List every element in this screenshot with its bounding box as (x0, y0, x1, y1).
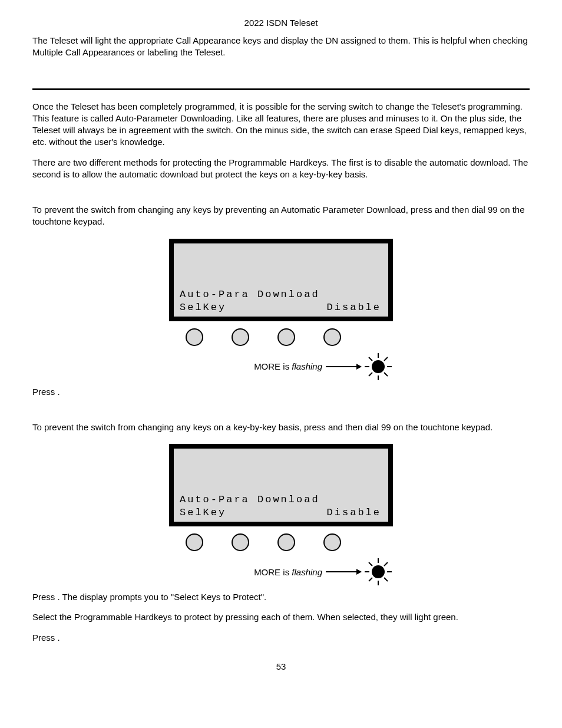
softkey-2[interactable] (232, 533, 249, 551)
svg-line-16 (369, 578, 372, 581)
svg-point-0 (372, 360, 385, 373)
lcd-diagram-1: Auto-Para Download SelKey Disable MORE i… (169, 239, 393, 381)
press-disable: Press . (32, 386, 530, 398)
section-p2: There are two different methods for prot… (32, 157, 530, 181)
lcd-screen: Auto-Para Download SelKey Disable (169, 444, 393, 526)
lcd-line2-right: Disable (327, 302, 381, 313)
lcd-line2-left: SelKey (180, 302, 226, 313)
lcd-diagram-2: Auto-Para Download SelKey Disable MORE i… (169, 444, 393, 587)
press-selkey-b: . The display prompts you to "Select Key… (58, 592, 267, 602)
softkey-1[interactable] (186, 328, 203, 346)
selkey-instr-b: and then dial 99 on the touchtone keypad… (328, 422, 492, 432)
svg-line-7 (369, 373, 372, 376)
select-keys-paragraph: Select the Programmable Hardkeys to prot… (32, 611, 530, 623)
lcd-line2-left: SelKey (180, 507, 226, 518)
selkey-instruction: To prevent the switch from changing any … (32, 421, 530, 433)
flashing-icon (363, 557, 393, 587)
softkey-4[interactable] (323, 328, 341, 346)
lcd-line1: Auto-Para Download (180, 289, 320, 300)
softkey-row (169, 321, 393, 346)
lcd-screen: Auto-Para Download SelKey Disable (169, 239, 393, 321)
softkey-2[interactable] (232, 328, 249, 346)
svg-line-5 (369, 357, 372, 361)
section-rule (32, 88, 530, 90)
press-disable-b: . (58, 387, 60, 397)
press-selkey-a: Press (32, 592, 58, 602)
press-final: Press . (32, 632, 530, 644)
svg-line-15 (384, 578, 388, 581)
svg-line-14 (369, 562, 372, 566)
selkey-instr-a: To prevent the switch from changing any … (32, 422, 328, 432)
lcd-line2-right: Disable (327, 507, 381, 518)
press-final-a: Press (32, 633, 58, 643)
more-label-a: MORE is (254, 567, 292, 577)
more-label: MORE is flashing (254, 567, 322, 577)
arrow-icon (326, 366, 361, 367)
more-label: MORE is flashing (254, 361, 322, 371)
softkey-4[interactable] (323, 533, 341, 551)
more-label-b: flashing (292, 361, 322, 371)
page-number: 53 (32, 661, 530, 671)
doc-header: 2022 ISDN Teleset (32, 18, 530, 28)
disable-instruction: To prevent the switch from changing any … (32, 204, 530, 228)
more-indicator-row: MORE is flashing (169, 557, 393, 587)
more-indicator-row: MORE is flashing (169, 352, 393, 381)
intro-paragraph: The Teleset will light the appropriate C… (32, 35, 530, 59)
disable-instr-a: To prevent the switch from changing any … (32, 205, 435, 215)
softkey-row (169, 526, 393, 551)
softkey-1[interactable] (186, 533, 203, 551)
more-label-b: flashing (292, 567, 322, 577)
svg-line-6 (384, 373, 388, 376)
more-label-a: MORE is (254, 361, 292, 371)
section-p1: Once the Teleset has been completely pro… (32, 101, 530, 149)
softkey-3[interactable] (277, 328, 295, 346)
softkey-3[interactable] (277, 533, 295, 551)
press-selkey: Press . The display prompts you to "Sele… (32, 591, 530, 603)
svg-line-17 (384, 562, 388, 566)
press-disable-a: Press (32, 387, 58, 397)
flashing-icon (363, 352, 393, 381)
svg-line-8 (384, 357, 388, 361)
svg-point-9 (372, 565, 385, 578)
press-final-b: . (58, 633, 60, 643)
lcd-line1: Auto-Para Download (180, 494, 320, 505)
arrow-icon (326, 571, 361, 572)
